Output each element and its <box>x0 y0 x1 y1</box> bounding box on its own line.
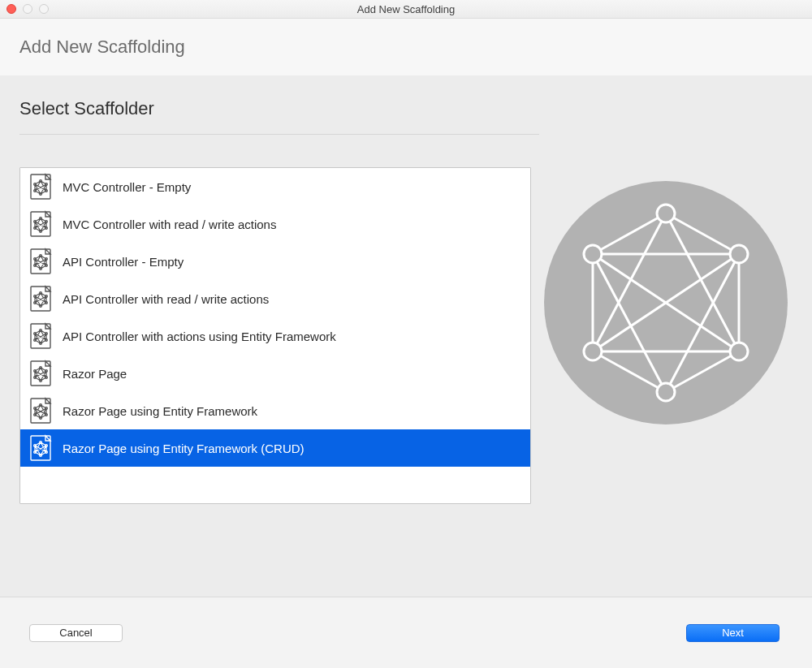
item-label: API Controller - Empty <box>63 255 184 269</box>
title-bar: Add New Scaffolding <box>0 0 812 19</box>
scaffolder-list[interactable]: MVC Controller - Empty MVC Controller wi… <box>19 167 531 504</box>
dialog-footer: Cancel Next <box>0 597 812 668</box>
scaffolder-item-razor[interactable]: Razor Page <box>20 355 530 392</box>
item-label: Razor Page using Entity Framework <box>63 404 257 418</box>
item-label: MVC Controller - Empty <box>63 180 191 194</box>
scaffold-file-icon <box>27 322 54 350</box>
window: Add New Scaffolding Add New Scaffolding … <box>0 0 812 668</box>
item-label: Razor Page using Entity Framework (CRUD) <box>63 442 304 455</box>
cancel-button[interactable]: Cancel <box>29 624 123 642</box>
window-title: Add New Scaffolding <box>0 3 812 15</box>
scaffolder-item-razor-ef[interactable]: Razor Page using Entity Framework <box>20 392 530 429</box>
scaffold-file-icon <box>27 210 54 238</box>
scaffold-file-icon <box>27 285 54 312</box>
dialog-header: Add New Scaffolding <box>0 19 812 75</box>
svg-point-71 <box>657 205 675 222</box>
next-button[interactable]: Next <box>686 624 780 642</box>
scaffold-graph-icon <box>544 181 788 425</box>
dialog-content: Select Scaffolder MVC Controller - Empty… <box>0 75 812 597</box>
item-label: API Controller with actions using Entity… <box>63 330 336 343</box>
scaffold-file-icon <box>27 248 54 275</box>
scaffolder-item-api-empty[interactable]: API Controller - Empty <box>20 243 530 280</box>
svg-point-76 <box>657 383 675 401</box>
section-separator <box>19 134 539 135</box>
scaffolder-item-mvc-empty[interactable]: MVC Controller - Empty <box>20 168 530 205</box>
section-header: Select Scaffolder <box>0 75 536 144</box>
svg-point-75 <box>730 343 748 360</box>
scaffold-file-icon <box>27 434 54 462</box>
scaffolder-item-mvc-rw[interactable]: MVC Controller with read / write actions <box>20 205 530 243</box>
scaffolder-item-api-ef[interactable]: API Controller with actions using Entity… <box>20 317 530 355</box>
svg-point-73 <box>730 245 748 263</box>
preview-illustration <box>544 181 788 425</box>
dialog-title: Add New Scaffolding <box>19 37 185 58</box>
scaffold-file-icon <box>27 360 54 387</box>
scaffold-file-icon <box>27 173 54 200</box>
section-title: Select Scaffolder <box>19 98 516 119</box>
svg-point-72 <box>584 245 602 263</box>
scaffolder-item-razor-ef-crud[interactable]: Razor Page using Entity Framework (CRUD) <box>20 429 530 467</box>
scaffold-file-icon <box>27 397 54 425</box>
item-label: Razor Page <box>63 367 127 381</box>
scaffolder-item-api-rw[interactable]: API Controller with read / write actions <box>20 280 530 317</box>
item-label: MVC Controller with read / write actions <box>63 218 276 231</box>
item-label: API Controller with read / write actions <box>63 292 269 306</box>
svg-point-74 <box>584 343 602 360</box>
